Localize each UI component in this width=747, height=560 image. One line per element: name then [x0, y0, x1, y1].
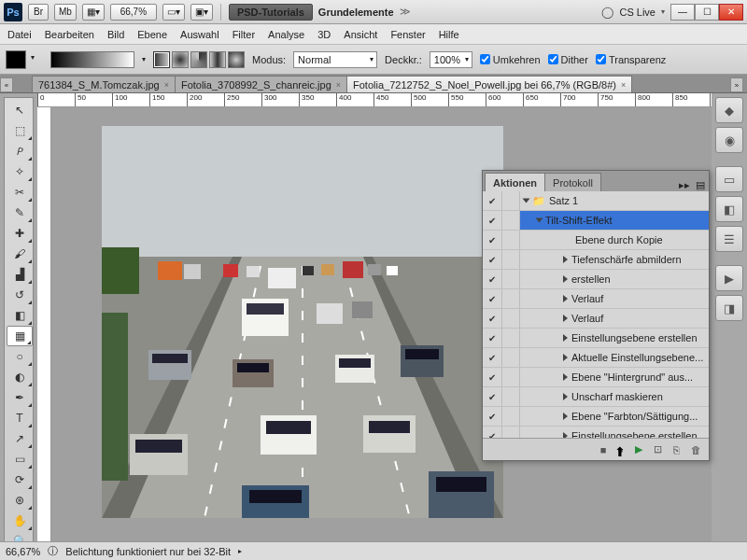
toggle-checkbox[interactable]: ✔ — [483, 431, 501, 439]
tab-aktionen[interactable]: Aktionen — [485, 173, 545, 191]
toggle-checkbox[interactable]: ✔ — [483, 412, 501, 422]
menu-bild[interactable]: Bild — [107, 29, 124, 40]
zoom-level-field[interactable]: 66,7% — [110, 4, 157, 21]
dialog-toggle[interactable] — [501, 387, 520, 406]
action-row[interactable]: ✔ Ebene "Farbton/Sättigung... — [483, 407, 709, 427]
blend-mode-select[interactable]: Normal — [293, 51, 377, 68]
menu-bearbeiten[interactable]: Bearbeiten — [45, 29, 94, 40]
screen-mode-button[interactable]: ▣▾ — [190, 4, 213, 21]
status-zoom[interactable]: 66,67% — [6, 546, 40, 557]
toggle-checkbox[interactable]: ✔ — [483, 333, 501, 343]
tabs-scroll-right[interactable]: » — [730, 77, 743, 92]
dialog-toggle[interactable] — [501, 309, 520, 328]
toggle-checkbox[interactable]: ✔ — [483, 196, 501, 206]
menu-hilfe[interactable]: Hilfe — [439, 29, 459, 40]
new-set-button[interactable]: ⊡ — [654, 443, 662, 455]
new-action-button[interactable]: ⎘ — [673, 444, 680, 455]
minimize-button[interactable]: — — [670, 4, 695, 21]
dither-checkbox[interactable]: Dither — [548, 54, 588, 65]
tool-path[interactable]: ↗ — [7, 428, 33, 449]
document-canvas[interactable] — [102, 126, 503, 518]
dialog-toggle[interactable] — [501, 231, 520, 249]
toggle-checkbox[interactable]: ✔ — [483, 274, 501, 285]
action-row[interactable]: ✔ Ebene durch Kopie — [483, 231, 709, 250]
gradient-angle[interactable] — [190, 51, 207, 68]
transparency-checkbox[interactable]: Transparenz — [596, 54, 666, 65]
gradient-radial[interactable] — [172, 51, 189, 68]
arrange-button[interactable]: ▭▾ — [162, 4, 185, 21]
dialog-toggle[interactable] — [501, 427, 520, 438]
disclosure-icon[interactable] — [563, 393, 568, 400]
dialog-toggle[interactable] — [501, 407, 520, 426]
close-button[interactable]: ✕ — [719, 4, 743, 21]
menu-3d[interactable]: 3D — [317, 29, 331, 40]
gradient-linear[interactable] — [153, 51, 170, 68]
tool-dodge[interactable]: ◐ — [7, 367, 33, 387]
action-row[interactable]: ✔📁 Satz 1 — [483, 191, 709, 211]
chevron-right-icon[interactable]: ≫ — [400, 6, 411, 18]
tool-heal[interactable]: ✚ — [7, 223, 33, 244]
maximize-button[interactable]: ☐ — [695, 4, 719, 21]
tool-eraser[interactable]: ◧ — [7, 305, 33, 326]
gradient-picker[interactable] — [50, 51, 134, 68]
menu-auswahl[interactable]: Auswahl — [180, 29, 219, 40]
document-tab[interactable]: 761384_S_M.Tomczak.jpg× — [32, 76, 176, 92]
workspace-switcher[interactable]: PSD-Tutorials — [229, 4, 313, 21]
minibridge-button[interactable]: Mb — [54, 4, 77, 21]
dock-icon-1[interactable]: ◉ — [715, 127, 743, 153]
tool-eyedropper[interactable]: ✎ — [7, 203, 33, 223]
panel-collapse-icon[interactable]: ▸▸ — [679, 179, 690, 191]
toggle-checkbox[interactable]: ✔ — [483, 255, 501, 265]
menu-ansicht[interactable]: Ansicht — [344, 29, 377, 40]
action-row[interactable]: ✔ Tilt-Shift-Effekt — [483, 211, 709, 231]
dock-icon-6[interactable]: ◨ — [715, 295, 743, 321]
menu-fenster[interactable]: Fenster — [390, 29, 425, 40]
action-row[interactable]: ✔ Ebene "Hintergrund" aus... — [483, 368, 709, 387]
dialog-toggle[interactable] — [501, 270, 520, 288]
disclosure-icon[interactable] — [536, 218, 543, 223]
action-row[interactable]: ✔ Einstellungsebene erstellen — [483, 427, 709, 438]
document-tab[interactable]: Fotolia_7212752_S_Noel_Powell.jpg bei 66… — [346, 76, 632, 92]
document-tab[interactable]: Fotolia_3708992_S_chanreic.jpg× — [175, 76, 347, 92]
dialog-toggle[interactable] — [501, 329, 520, 347]
toggle-checkbox[interactable]: ✔ — [483, 235, 501, 245]
view-extras-button[interactable]: ▦▾ — [82, 4, 105, 21]
tool-marquee[interactable]: ⬚ — [7, 120, 33, 141]
action-row[interactable]: ✔ Tiefenschärfe abmildern — [483, 250, 709, 270]
tool-stamp[interactable]: ▟ — [7, 264, 33, 285]
dock-icon-0[interactable]: ◆ — [715, 97, 743, 123]
dialog-toggle[interactable] — [501, 211, 520, 230]
delete-button[interactable]: 🗑 — [691, 444, 701, 455]
tabs-scroll-left[interactable]: « — [0, 77, 13, 92]
toggle-checkbox[interactable]: ✔ — [483, 372, 501, 383]
toggle-checkbox[interactable]: ✔ — [483, 392, 501, 402]
toggle-checkbox[interactable]: ✔ — [483, 294, 501, 304]
tool-move[interactable]: ↖ — [7, 100, 33, 120]
toggle-checkbox[interactable]: ✔ — [483, 216, 501, 226]
reverse-checkbox[interactable]: Umkehren — [480, 54, 541, 65]
dock-icon-4[interactable]: ☰ — [715, 226, 743, 252]
toggle-checkbox[interactable]: ✔ — [483, 314, 501, 324]
dialog-toggle[interactable] — [501, 348, 520, 367]
tool-3d[interactable]: ⟳ — [7, 469, 33, 490]
tool-crop[interactable]: ✂ — [7, 182, 33, 203]
disclosure-icon[interactable] — [563, 413, 568, 420]
action-row[interactable]: ✔ Verlauf — [483, 309, 709, 329]
tool-brush[interactable]: 🖌 — [7, 244, 33, 264]
tool-gradient[interactable]: ▦ — [7, 326, 33, 346]
close-icon[interactable]: × — [621, 80, 626, 90]
ruler-horizontal[interactable]: 0501001502002503003504004505005506006507… — [37, 93, 712, 107]
ruler-vertical[interactable] — [37, 107, 51, 541]
bridge-button[interactable]: Br — [28, 4, 49, 21]
dialog-toggle[interactable] — [501, 191, 520, 210]
tool-shape[interactable]: ▭ — [7, 449, 33, 469]
tool-history[interactable]: ↺ — [7, 285, 33, 305]
action-row[interactable]: ✔ Unscharf maskieren — [483, 387, 709, 407]
disclosure-icon[interactable] — [563, 256, 568, 263]
close-icon[interactable]: × — [164, 80, 169, 90]
disclosure-icon[interactable] — [563, 373, 568, 381]
disclosure-icon[interactable] — [563, 275, 568, 283]
opacity-field[interactable]: 100% — [430, 51, 472, 68]
dialog-toggle[interactable] — [501, 289, 520, 308]
play-button[interactable]: ▶ — [635, 443, 642, 455]
